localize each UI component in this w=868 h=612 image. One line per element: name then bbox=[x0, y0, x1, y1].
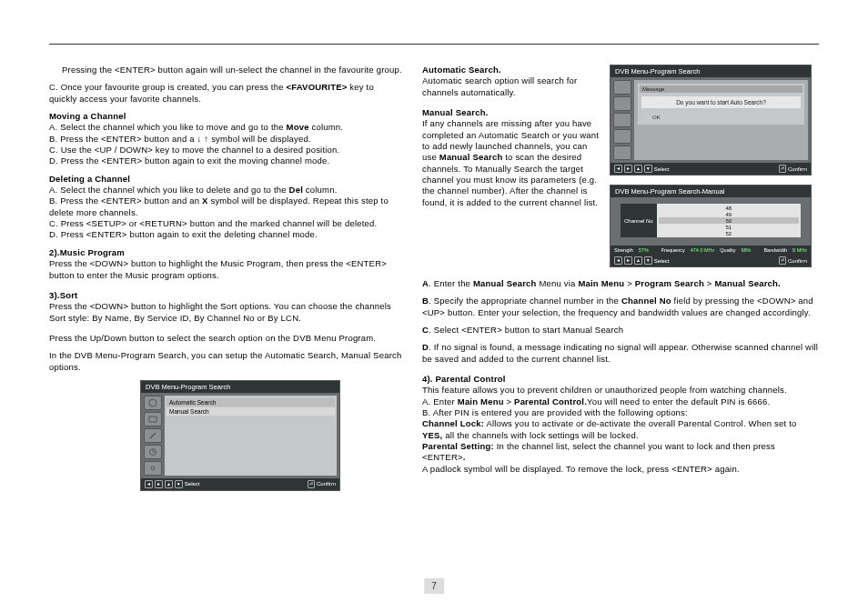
text: . Enter the bbox=[429, 278, 473, 288]
svg-point-0 bbox=[149, 399, 156, 406]
message-title: Message bbox=[640, 85, 802, 93]
step-b: B. Specify the appropriate channel numbe… bbox=[422, 296, 819, 318]
clock-icon bbox=[613, 129, 631, 144]
text: Menu via bbox=[537, 278, 579, 288]
music-body: Press the <DOWN> button to highlight the… bbox=[49, 258, 404, 281]
strength-label: Strength bbox=[614, 247, 633, 253]
b: . bbox=[463, 452, 466, 462]
text: column. bbox=[303, 185, 338, 195]
footer-select: Select bbox=[185, 481, 200, 487]
tv-icon bbox=[613, 96, 631, 111]
deleting-section: Deleting a Channel A. Select the channel… bbox=[49, 174, 404, 241]
top-rule bbox=[49, 44, 819, 45]
ch-row: 49 bbox=[659, 211, 799, 217]
deleting-d: D. Press <ENTER> button again to exit th… bbox=[49, 229, 404, 240]
moving-b: B. Press the <ENTER> button and a ↓ ↑ sy… bbox=[49, 134, 404, 145]
parental-title: 4). Parental Control bbox=[422, 374, 819, 385]
strength-value: 57% bbox=[639, 247, 649, 253]
footer-confirm: Confirm bbox=[788, 166, 807, 172]
manual-search-bold: Manual Search bbox=[439, 152, 503, 162]
freq-value: 474.0 MHz bbox=[691, 247, 715, 253]
ch-row: 52 bbox=[659, 230, 799, 236]
dvb-title: DVB Menu-Program Search-Manual bbox=[611, 186, 811, 197]
text: You will need to enter the default PIN i… bbox=[587, 396, 770, 406]
text: . If no signal is found, a message indic… bbox=[422, 342, 818, 363]
b: Main Menu bbox=[578, 278, 624, 288]
right-key-icon: ► bbox=[155, 480, 163, 488]
intro-favourite: C. Once your favourite group is created,… bbox=[49, 82, 404, 105]
b: Manual Search. bbox=[714, 278, 781, 288]
ch-row-selected: 50 bbox=[659, 217, 799, 224]
down-key-icon: ▼ bbox=[644, 256, 652, 265]
text: C. Once your favourite group is created,… bbox=[49, 82, 287, 92]
move-bold: Move bbox=[287, 122, 309, 132]
b: D bbox=[422, 342, 429, 352]
left-key-icon: ◄ bbox=[145, 480, 153, 488]
text: > bbox=[504, 396, 514, 406]
search-intro1: Press the Up/Down button to select the s… bbox=[49, 333, 404, 344]
channel-no-label: Channel No bbox=[621, 204, 657, 237]
b: Channel No bbox=[621, 296, 671, 306]
parental-6: A padlock symbol will be displayed. To r… bbox=[422, 464, 819, 475]
enter-key-icon: ⏎ bbox=[308, 480, 315, 488]
svg-point-3 bbox=[151, 467, 155, 470]
quality-value: 98% bbox=[741, 247, 751, 253]
globe-icon bbox=[613, 80, 631, 95]
text: B. Press the <ENTER> button and an bbox=[49, 196, 202, 206]
up-key-icon: ▲ bbox=[634, 165, 642, 173]
dvb-title: DVB Menu-Program Search bbox=[611, 65, 811, 77]
sort-section: 3).Sort Press the <DOWN> button to highl… bbox=[49, 290, 404, 324]
moving-d: D. Press the <ENTER> button again to exi… bbox=[49, 156, 404, 166]
b: Parental Setting: bbox=[422, 441, 494, 451]
ch-row: 48 bbox=[659, 205, 799, 211]
deleting-c: C. Press <SETUP> or <RETURN> button and … bbox=[49, 218, 404, 229]
b: C bbox=[422, 325, 429, 335]
channel-list: 48 49 50 51 52 bbox=[657, 204, 801, 237]
search-intro2: In the DVB Menu-Program Search, you can … bbox=[49, 350, 404, 373]
footer-confirm: Confirm bbox=[317, 481, 336, 487]
sort-body: Press the <DOWN> button to highlight the… bbox=[49, 301, 404, 324]
dvb-title: DVB Menu-Program Search bbox=[141, 381, 339, 393]
parental-4: Channel Lock: Allows you to activate or … bbox=[422, 418, 819, 441]
ok-button: OK bbox=[647, 114, 666, 121]
b: YES, bbox=[422, 430, 442, 440]
b: Channel Lock: bbox=[422, 418, 484, 428]
deleting-b: B. Press the <ENTER> button and an X sym… bbox=[49, 196, 404, 218]
step-d: D. If no signal is found, a message indi… bbox=[422, 342, 819, 365]
bw-label: Bandwidth bbox=[763, 247, 787, 253]
up-key-icon: ▲ bbox=[634, 256, 642, 265]
deleting-a: A. Select the channel which you like to … bbox=[49, 185, 404, 196]
message-body: Do you want to start Auto Search? bbox=[641, 96, 801, 108]
down-key-icon: ▼ bbox=[175, 480, 183, 488]
manual-title: Manual Search. bbox=[422, 107, 489, 117]
option-manual-search: Manual Search bbox=[167, 407, 335, 416]
down-key-icon: ▼ bbox=[644, 165, 652, 173]
left-key-icon: ◄ bbox=[614, 165, 622, 173]
text: > bbox=[704, 278, 714, 288]
up-key-icon: ▲ bbox=[165, 480, 173, 488]
parental-2: A. Enter Main Menu > Parental Control.Yo… bbox=[422, 396, 819, 407]
ch-row: 51 bbox=[659, 224, 799, 230]
globe-icon bbox=[144, 396, 162, 410]
right-key-icon: ► bbox=[624, 256, 632, 265]
tool-icon bbox=[613, 113, 631, 127]
step-a: A. Enter the Manual Search Menu via Main… bbox=[422, 278, 819, 289]
text: Allows you to activate or de-activate th… bbox=[484, 418, 796, 428]
right-column: DVB Menu-Program Search Message bbox=[422, 65, 819, 495]
b: Manual Search bbox=[473, 278, 537, 288]
tool-icon bbox=[144, 428, 162, 443]
text: column. bbox=[309, 122, 344, 132]
enter-key-icon: ⏎ bbox=[779, 165, 786, 173]
del-bold: Del bbox=[289, 185, 303, 195]
left-key-icon: ◄ bbox=[614, 256, 622, 265]
sort-title: 3).Sort bbox=[49, 290, 404, 301]
figure-manual-search: DVB Menu-Program Search-Manual Channel N… bbox=[610, 185, 812, 267]
auto-title: Automatic Search. bbox=[422, 65, 501, 75]
step-c: C. Select <ENTER> button to start Manual… bbox=[422, 325, 819, 336]
b: Main Menu bbox=[458, 396, 504, 406]
signal-info: Strength57% Frequency474.0 MHz Quality98… bbox=[611, 246, 811, 255]
dvb-main: Automatic Search Manual Search bbox=[165, 396, 337, 476]
music-title: 2).Music Program bbox=[49, 247, 404, 258]
page-number: 7 bbox=[424, 578, 444, 594]
option-auto-search: Automatic Search bbox=[167, 398, 335, 406]
